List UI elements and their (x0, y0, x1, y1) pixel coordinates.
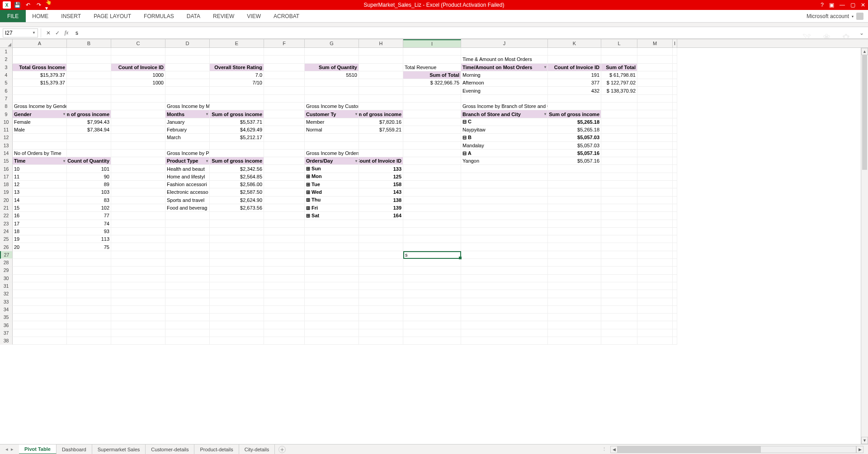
row-header[interactable]: 15 (0, 157, 13, 165)
cell[interactable] (673, 188, 677, 196)
cell[interactable] (67, 87, 111, 94)
cell[interactable]: Gross Income by Customer Type (305, 103, 359, 110)
cell[interactable]: Total Gross Income (13, 64, 67, 71)
cell[interactable]: 16 (13, 212, 67, 220)
cell[interactable] (210, 306, 264, 314)
cell[interactable] (67, 275, 111, 282)
cell[interactable] (264, 181, 305, 188)
cell[interactable] (13, 329, 67, 337)
cell[interactable]: 83 (67, 197, 111, 204)
row-header[interactable]: 20 (0, 197, 13, 204)
cell[interactable] (461, 337, 548, 345)
fx-icon[interactable]: fx (62, 29, 71, 36)
cell[interactable] (359, 321, 403, 329)
cell[interactable] (13, 321, 67, 329)
cell[interactable]: 125 (359, 173, 403, 181)
cell[interactable]: 5510 (305, 71, 359, 79)
cell[interactable] (264, 188, 305, 196)
redo-icon[interactable]: ↷ (34, 1, 43, 9)
row-header[interactable]: 22 (0, 212, 13, 220)
vertical-scrollbar[interactable]: ▲ ▼ (861, 48, 868, 444)
cell[interactable] (264, 165, 305, 173)
cell[interactable] (637, 142, 673, 150)
cell[interactable] (548, 314, 601, 321)
cell[interactable] (601, 157, 637, 165)
cell[interactable] (165, 275, 210, 282)
cell[interactable] (210, 150, 264, 157)
cell[interactable] (359, 228, 403, 235)
cell[interactable] (359, 314, 403, 321)
cell[interactable] (601, 290, 637, 298)
cell[interactable]: $4,629.49 (210, 126, 264, 134)
cell[interactable] (67, 329, 111, 337)
cell[interactable] (548, 197, 601, 204)
cell[interactable] (637, 71, 673, 79)
cell[interactable] (601, 321, 637, 329)
cell[interactable] (673, 243, 677, 251)
cell[interactable] (673, 275, 677, 282)
close-icon[interactable]: ✕ (861, 2, 865, 8)
cell[interactable] (601, 235, 637, 243)
cell[interactable] (461, 267, 548, 274)
cell[interactable] (264, 64, 305, 71)
cell[interactable] (637, 282, 673, 290)
cell[interactable] (637, 298, 673, 306)
cell[interactable] (637, 290, 673, 298)
cell[interactable] (305, 251, 359, 259)
cell[interactable] (359, 290, 403, 298)
cell[interactable]: 13 (13, 188, 67, 196)
col-header-K[interactable]: K (548, 39, 601, 47)
row-header[interactable]: 4 (0, 71, 13, 79)
cell[interactable] (305, 228, 359, 235)
cell[interactable] (67, 251, 111, 259)
select-all-button[interactable] (0, 39, 13, 47)
cell[interactable] (548, 165, 601, 173)
cell[interactable]: Electronic accesso (165, 188, 210, 196)
cell[interactable] (637, 220, 673, 228)
col-header-J[interactable]: J (461, 39, 548, 47)
cell[interactable] (673, 321, 677, 329)
cell[interactable] (601, 329, 637, 337)
cell[interactable] (637, 204, 673, 212)
cell[interactable] (359, 79, 403, 87)
cell[interactable] (637, 95, 673, 103)
cell[interactable] (359, 259, 403, 267)
cell[interactable] (461, 259, 548, 267)
cell[interactable] (13, 48, 67, 56)
cell[interactable] (264, 220, 305, 228)
cell[interactable] (673, 87, 677, 94)
cell[interactable] (403, 314, 461, 321)
cell[interactable]: Yangon (461, 157, 548, 165)
cell[interactable] (548, 337, 601, 345)
cell[interactable] (359, 282, 403, 290)
cell[interactable]: ⊞ Mon (305, 173, 359, 181)
cell[interactable] (673, 95, 677, 103)
cell[interactable] (637, 79, 673, 87)
cell[interactable] (637, 314, 673, 321)
row-header[interactable]: 38 (0, 337, 13, 345)
cell[interactable] (359, 150, 403, 157)
cell[interactable] (403, 228, 461, 235)
cell[interactable] (403, 181, 461, 188)
cell[interactable] (461, 188, 548, 196)
cell[interactable] (165, 71, 210, 79)
cell[interactable] (264, 126, 305, 134)
cell[interactable]: Customer Ty▾ (305, 110, 359, 118)
cell[interactable] (210, 314, 264, 321)
row-header[interactable]: 26 (0, 243, 13, 251)
cell[interactable] (111, 173, 165, 181)
cell[interactable] (403, 48, 461, 56)
cell[interactable] (403, 110, 461, 118)
cell[interactable]: Count of Quantity (67, 157, 111, 165)
save-icon[interactable]: 💾 (13, 1, 22, 9)
cell[interactable] (165, 79, 210, 87)
cell[interactable] (111, 282, 165, 290)
cell[interactable] (67, 282, 111, 290)
cell[interactable] (67, 71, 111, 79)
row-header[interactable]: 19 (0, 188, 13, 196)
cell[interactable] (673, 204, 677, 212)
cell[interactable] (13, 142, 67, 150)
cell[interactable] (637, 126, 673, 134)
cell[interactable]: Gross Income by Orders/Day (305, 150, 359, 157)
cell[interactable] (403, 173, 461, 181)
